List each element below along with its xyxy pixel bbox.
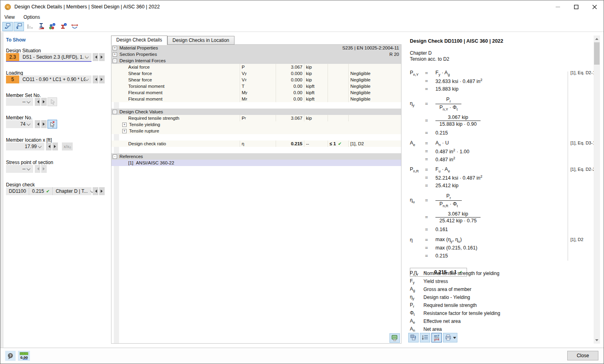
result-bars-icon	[26, 23, 34, 30]
design-check-next-button[interactable]	[99, 187, 105, 195]
grid-section-row[interactable]: -Design Internal Forces	[111, 57, 401, 64]
cell-description: Shear force	[111, 70, 240, 77]
select-pointer-icon	[50, 99, 56, 105]
menu-view[interactable]: View	[4, 14, 15, 20]
result-diagram-button[interactable]	[70, 22, 80, 31]
cell-limit	[328, 77, 348, 83]
member-set-combobox[interactable]: --	[6, 98, 33, 106]
arrow-up-icon	[595, 36, 598, 40]
member-location-next-button[interactable]	[52, 142, 58, 150]
arrow-left-icon	[36, 100, 39, 103]
table-row[interactable]: [1] ANSI/AISC 360-22	[111, 160, 401, 166]
tab-design-check-details[interactable]: Design Check Details	[111, 36, 167, 45]
detail-title: Design Check DD1100 | AISC 360 | 2022	[410, 38, 503, 44]
grid-section-row[interactable]: +Material PropertiesS235 | EN 10025-2:20…	[111, 45, 401, 51]
expander-icon[interactable]: -	[113, 59, 117, 63]
detail-chapter: Chapter D	[410, 50, 432, 56]
grid-section-row[interactable]: +Section PropertiesR 20	[111, 51, 401, 57]
cell-comment: Negligible	[348, 83, 401, 89]
expander-icon[interactable]: -	[113, 154, 117, 159]
minimize-button[interactable]	[548, 0, 567, 13]
cell-symbol: Vy	[240, 70, 276, 77]
stress-point-prev-button[interactable]	[35, 165, 40, 173]
cell-description: Axial force	[111, 64, 240, 70]
maximize-button[interactable]	[567, 0, 585, 13]
comment-help-button[interactable]: ?	[5, 351, 16, 361]
table-row[interactable]: Required tensile strengthPr3.067kip	[111, 115, 401, 121]
table-row[interactable]: Flexural momentMy0.00kipftNegligible	[111, 89, 401, 96]
row-label: Design Check Values	[119, 109, 163, 114]
menu-options[interactable]: Options	[24, 14, 40, 20]
table-row[interactable]: Torsional momentT0.00kipftNegligible	[111, 83, 401, 89]
scroll-down-button[interactable]	[594, 337, 600, 344]
print-table-button[interactable]	[389, 333, 400, 343]
loading-combobox[interactable]: 5 CO11 - 0.90 * LC1 + 0.90 * LC...	[6, 75, 91, 83]
table-row[interactable]: Flexural momentMz0.00kipftNegligible	[111, 96, 401, 102]
member-set-prev-button[interactable]	[35, 98, 40, 106]
cell-description: Required tensile strength	[111, 115, 240, 121]
navigate-back-button[interactable]	[2, 22, 13, 31]
units-decimals-button[interactable]: 0,00	[18, 351, 30, 361]
row-label: Tensile rupture	[129, 129, 159, 133]
stress-point-combobox[interactable]: --	[6, 165, 33, 173]
expander-icon[interactable]: +	[113, 52, 117, 57]
tab-bar: Design Check Details Design Checks in Lo…	[111, 36, 234, 45]
result-bars-button[interactable]	[25, 22, 35, 31]
detail-scrollbar[interactable]	[594, 36, 600, 344]
loading-prev-button[interactable]	[93, 75, 98, 83]
member-no-next-button[interactable]	[41, 120, 47, 128]
expand-list-button[interactable]	[420, 333, 430, 342]
design-check-prev-button[interactable]	[93, 187, 98, 195]
close-window-button[interactable]	[585, 0, 604, 13]
design-situation-combobox[interactable]: 2.3 DS1 - Section 2.3 (LRFD), 1. t...	[6, 53, 91, 61]
arrow-right-icon	[54, 145, 58, 148]
toolbar: i i	[0, 21, 604, 32]
navigate-forward-button[interactable]	[14, 22, 24, 31]
legend-symbol: Pr	[410, 302, 423, 309]
member-no-pick-button[interactable]	[48, 120, 57, 129]
loading-next-button[interactable]	[99, 75, 105, 83]
member-no-prev-button[interactable]	[35, 120, 40, 128]
expander-icon[interactable]: -	[113, 110, 117, 114]
minimize-icon	[556, 5, 560, 9]
grid-section-row[interactable]: -Design Check Values	[111, 109, 401, 115]
scroll-up-button[interactable]	[594, 36, 600, 42]
stress-point-label: Stress point of section	[6, 160, 53, 165]
expander-icon[interactable]: +	[122, 123, 127, 127]
chevron-down-icon	[27, 99, 31, 103]
stress-point-next-button[interactable]	[41, 165, 47, 173]
table-row[interactable]: Shear forceVz0.000kipNegligible	[111, 77, 401, 83]
member-set-next-button[interactable]	[41, 98, 47, 106]
member-no-value: 74	[6, 121, 27, 127]
print-button[interactable]	[443, 333, 457, 342]
focus-underline	[6, 61, 91, 62]
table-row[interactable]: +Tensile yielding	[111, 121, 401, 128]
member-no-combobox[interactable]: 74	[6, 120, 33, 128]
design-check-combobox[interactable]: DD1100 0.215✔ Chapter D | T...	[6, 187, 91, 195]
tab-design-checks-in-location[interactable]: Design Checks in Location	[167, 36, 234, 45]
member-location-combobox[interactable]: 17.99	[6, 142, 44, 150]
member-info-button[interactable]: i	[58, 22, 69, 31]
expander-icon[interactable]: +	[113, 46, 117, 50]
info-colors-button[interactable]: i	[47, 22, 58, 31]
table-row[interactable]: Shear forceVy0.000kipNegligible	[111, 70, 401, 77]
table-row[interactable]: Design check ratioη0.215--≤ 1✔[1], D2	[111, 140, 401, 147]
grid-section-row[interactable]: -References	[111, 153, 401, 160]
close-button[interactable]: Close	[567, 351, 598, 360]
table-row[interactable]: Axial forceP3.067kip	[111, 64, 401, 70]
member-set-pick-button[interactable]	[48, 97, 57, 106]
design-situation-value: DS1 - Section 2.3 (LRFD), 1. t...	[19, 54, 85, 60]
decimal-sample-text: 0,00	[20, 355, 28, 360]
member-location-prev-button[interactable]	[46, 142, 52, 150]
show-values-button[interactable]: x=7y=4	[431, 333, 442, 342]
relative-location-button[interactable]: x/x₀	[62, 142, 73, 150]
table-row[interactable]: +Tensile rupture	[111, 128, 401, 134]
sync-settings-button[interactable]	[408, 333, 419, 342]
expander-icon[interactable]: +	[122, 129, 127, 133]
design-situation-prev-button[interactable]	[93, 53, 98, 61]
row-summary: S235 | EN 10025-2:2004-11	[342, 46, 401, 50]
scrollbar-thumb[interactable]	[594, 42, 600, 65]
cell-description: Flexural moment	[111, 96, 240, 102]
stress-point-button[interactable]	[36, 22, 46, 31]
design-situation-next-button[interactable]	[99, 53, 105, 61]
